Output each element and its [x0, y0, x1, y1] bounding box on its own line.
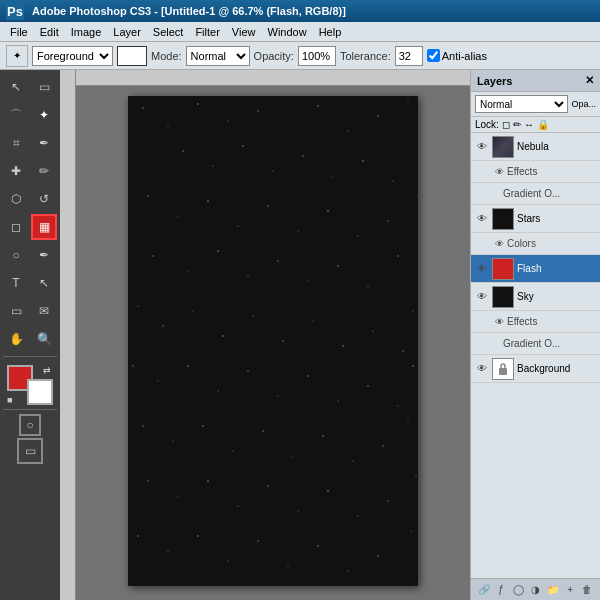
tolerance-input[interactable] — [395, 46, 423, 66]
move-tool[interactable]: ↖ — [3, 74, 29, 100]
tool-row-3: ⌗ ✒ — [0, 130, 60, 156]
hand-tool[interactable]: ✋ — [3, 326, 29, 352]
menu-filter[interactable]: Filter — [189, 26, 225, 38]
ruler-horizontal — [76, 70, 470, 86]
layer-fx-label-stars: Colors — [507, 238, 536, 249]
layer-name-background: Background — [517, 363, 570, 374]
menu-file[interactable]: File — [4, 26, 34, 38]
layer-thumb-flash — [492, 258, 514, 280]
lock-all-icon[interactable]: 🔒 — [537, 119, 549, 130]
svg-point-18 — [147, 195, 148, 196]
new-layer-btn[interactable]: + — [562, 582, 578, 598]
layer-item-background[interactable]: 👁 Background — [471, 355, 600, 383]
layer-visibility-sky[interactable]: 👁 — [475, 290, 489, 304]
canvas-content[interactable] — [76, 86, 470, 600]
history-tool[interactable]: ↺ — [31, 186, 57, 212]
svg-point-2 — [197, 103, 199, 105]
lock-brush-icon[interactable]: ✏ — [513, 119, 521, 130]
gradient-tool[interactable]: ▦ — [31, 214, 57, 240]
svg-point-31 — [247, 275, 248, 276]
svg-point-87 — [377, 555, 378, 556]
layer-visibility-stars[interactable]: 👁 — [475, 212, 489, 226]
menu-layer[interactable]: Layer — [107, 26, 147, 38]
new-group-btn[interactable]: 📁 — [545, 582, 561, 598]
clone-tool[interactable]: ⬡ — [3, 186, 29, 212]
canvas-document[interactable] — [128, 96, 418, 586]
svg-point-9 — [408, 101, 409, 102]
pen-tool[interactable]: ✒ — [31, 242, 57, 268]
layer-fx-eye-sky[interactable]: 👁 — [495, 317, 504, 327]
zoom-tool[interactable]: 🔍 — [31, 326, 57, 352]
adjustment-layer-btn[interactable]: ◑ — [527, 582, 543, 598]
lock-icon-bg — [493, 359, 513, 379]
menu-image[interactable]: Image — [65, 26, 108, 38]
opacity-input[interactable] — [298, 46, 336, 66]
dodge-tool[interactable]: ○ — [3, 242, 29, 268]
menu-select[interactable]: Select — [147, 26, 190, 38]
svg-point-43 — [313, 321, 314, 322]
brush-tool[interactable]: ✏ — [31, 158, 57, 184]
heal-tool[interactable]: ✚ — [3, 158, 29, 184]
default-colors-icon[interactable]: ■ — [7, 395, 17, 405]
svg-point-66 — [352, 460, 353, 461]
layers-blend-row: Normal Multiply Screen Opa... — [471, 92, 600, 117]
foreground-select[interactable]: Foreground Background — [32, 46, 113, 66]
svg-point-50 — [187, 365, 189, 367]
eraser-tool[interactable]: ◻ — [3, 214, 29, 240]
svg-point-8 — [377, 115, 378, 116]
lasso-tool[interactable]: ⌒ — [3, 102, 29, 128]
lock-move-icon[interactable]: ↔ — [524, 119, 534, 130]
blend-mode-select[interactable]: Normal Multiply Screen — [475, 95, 568, 113]
tool-row-1: ↖ ▭ — [0, 74, 60, 100]
marquee-tool[interactable]: ▭ — [31, 74, 57, 100]
lock-trans-icon[interactable]: ◻ — [502, 119, 510, 130]
screen-mode-tool[interactable]: ▭ — [17, 438, 43, 464]
layer-visibility-flash[interactable]: 👁 — [475, 262, 489, 276]
svg-point-83 — [257, 540, 258, 541]
shape-tool[interactable]: ▭ — [3, 298, 29, 324]
layer-fx-eye-stars[interactable]: 👁 — [495, 239, 504, 249]
eyedropper-tool[interactable]: ✒ — [31, 130, 57, 156]
quick-mask-tool[interactable]: ○ — [19, 414, 41, 436]
layer-visibility-nebula[interactable]: 👁 — [475, 140, 489, 154]
svg-point-4 — [257, 110, 258, 111]
svg-point-68 — [408, 421, 409, 422]
svg-point-26 — [387, 220, 388, 221]
svg-point-11 — [213, 166, 214, 167]
magic-wand-tool active[interactable]: ✦ — [31, 102, 57, 128]
layer-fx-eye-nebula[interactable]: 👁 — [495, 167, 504, 177]
svg-point-63 — [262, 430, 263, 431]
layer-visibility-background[interactable]: 👁 — [475, 362, 489, 376]
menu-edit[interactable]: Edit — [34, 26, 65, 38]
delete-layer-btn[interactable]: 🗑 — [579, 582, 595, 598]
menu-help[interactable]: Help — [313, 26, 348, 38]
tool-options-icon[interactable]: ✦ — [6, 45, 28, 67]
notes-tool[interactable]: ✉ — [31, 298, 57, 324]
svg-point-39 — [193, 311, 194, 312]
layer-item-sky[interactable]: 👁 Sky — [471, 283, 600, 311]
color-swatch-preview[interactable] — [117, 46, 147, 66]
svg-point-37 — [138, 306, 139, 307]
path-select-tool[interactable]: ↖ — [31, 270, 57, 296]
layers-panel-close[interactable]: ✕ — [585, 74, 594, 87]
layer-thumb-nebula — [492, 136, 514, 158]
layer-styles-btn[interactable]: ƒ — [493, 582, 509, 598]
type-tool[interactable]: T — [3, 270, 29, 296]
mode-select[interactable]: Normal Dissolve — [186, 46, 250, 66]
anti-alias-checkbox[interactable] — [427, 49, 440, 62]
layer-item-flash[interactable]: 👁 Flash — [471, 255, 600, 283]
link-layers-btn[interactable]: 🔗 — [476, 582, 492, 598]
svg-point-0 — [142, 107, 143, 108]
layer-mask-btn[interactable]: ◯ — [510, 582, 526, 598]
svg-point-40 — [222, 335, 224, 337]
crop-tool[interactable]: ⌗ — [3, 130, 29, 156]
svg-point-3 — [227, 120, 228, 121]
switch-colors-icon[interactable]: ⇄ — [43, 365, 53, 375]
menu-view[interactable]: View — [226, 26, 262, 38]
layers-lock-row: Lock: ◻ ✏ ↔ 🔒 — [471, 117, 600, 133]
layer-item-stars[interactable]: 👁 Stars — [471, 205, 600, 233]
layer-item-nebula[interactable]: 👁 Nebula — [471, 133, 600, 161]
menu-window[interactable]: Window — [262, 26, 313, 38]
svg-point-38 — [162, 325, 163, 326]
background-color-swatch[interactable] — [27, 379, 53, 405]
